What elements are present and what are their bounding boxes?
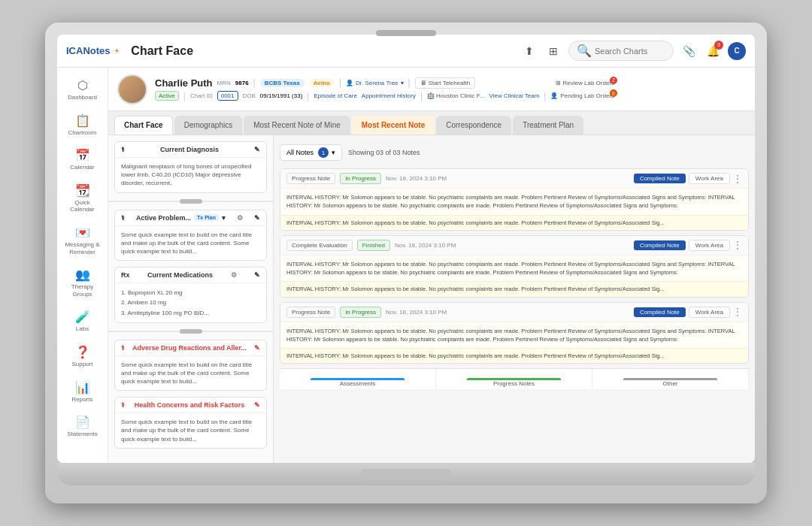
more-options-icon-2[interactable]: ⋮ bbox=[733, 240, 742, 250]
compiled-note-btn-1[interactable]: Compiled Note bbox=[634, 174, 686, 183]
health-edit-icon[interactable]: ✎ bbox=[254, 401, 260, 409]
diagnosis-card: ⚕ Current Diagnosis ✎ Malignant neoplasm… bbox=[114, 141, 267, 193]
view-clinical-link[interactable]: View Clinical Team bbox=[489, 92, 539, 99]
logo-area: ICANotes+ bbox=[66, 45, 119, 56]
laptop-notch bbox=[376, 30, 436, 36]
statements-icon: 📄 bbox=[75, 415, 90, 429]
pending-lab-icon: 👤 bbox=[550, 92, 558, 99]
other-label: Other bbox=[662, 380, 677, 387]
scroll-divider1 bbox=[114, 199, 267, 204]
assessments-label: Assessments bbox=[340, 380, 376, 387]
med-item-2: 2. Ambien 10 mg bbox=[121, 298, 260, 307]
sidebar-item-labs[interactable]: 🧪 Labs bbox=[62, 305, 104, 337]
bottom-bar: Assessments Progress Notes Other bbox=[280, 368, 749, 389]
bottom-tab-other[interactable]: Other bbox=[592, 369, 749, 389]
note-card-1-header: Progress Note In Progress Nov. 18, 2024 … bbox=[280, 169, 748, 189]
active-problem-edit-icon[interactable]: ✎ bbox=[254, 214, 260, 222]
pending-lab-button[interactable]: 👤 Pending Lab Orders 6 bbox=[550, 92, 614, 99]
note-body-highlight-text-3: INTERVAL HISTORY: Mr Solomon appears to … bbox=[286, 352, 665, 359]
telehealth-button[interactable]: 🖥 Start Telehealth bbox=[415, 77, 475, 89]
search-input[interactable] bbox=[595, 47, 665, 56]
tab-correspondence[interactable]: Correspondence bbox=[436, 116, 511, 135]
adverse-header: ⚕ Adverse Drug Reactions and Aller... ✎ bbox=[115, 340, 266, 356]
appointment-link[interactable]: Appointment History bbox=[362, 92, 416, 99]
episode-link[interactable]: Episode of Care bbox=[314, 92, 356, 99]
diagnosis-edit-icon[interactable]: ✎ bbox=[254, 146, 260, 153]
search-bar[interactable]: 🔍 bbox=[568, 41, 674, 61]
main-layout: ⬡ Dashboard 📋 Chartroom 📅 Calendar 📆 Qui… bbox=[57, 68, 755, 463]
note-status-3: In Progress bbox=[340, 307, 381, 318]
bottom-tab-progress-notes[interactable]: Progress Notes bbox=[436, 369, 592, 389]
active-problem-header: ⚕ Active Problem... Tx Plan ▾ ⚙ ✎ bbox=[115, 210, 266, 226]
sidebar-item-statements[interactable]: 📄 Statements bbox=[62, 410, 104, 443]
note-card-2-header: Complete Evaluation Finished Nov. 18, 20… bbox=[280, 236, 748, 255]
note-body-2: INTERVAL HISTORY: Mr Solomon appears to … bbox=[280, 255, 748, 282]
sidebar-item-therapy[interactable]: 👥 Therapy Groups bbox=[62, 263, 104, 302]
review-lab-button[interactable]: ⊞ Review Lab Orders 2 bbox=[556, 80, 614, 86]
active-problem-icon: ⚕ bbox=[121, 214, 125, 222]
sidebar-item-support[interactable]: ❓ Support bbox=[62, 340, 104, 373]
notifications-icon[interactable]: 🔔 3 bbox=[704, 42, 722, 60]
sidebar-item-reports[interactable]: 📊 Reports bbox=[62, 376, 104, 408]
tab-treatment-plan[interactable]: Treatment Plan bbox=[513, 116, 583, 135]
export-icon[interactable]: ⬆ bbox=[520, 42, 538, 60]
medications-body: 1. Bupropion XL 20 mg 2. Ambien 10 mg 3.… bbox=[115, 283, 266, 322]
meds-gear-icon[interactable]: ⚙ bbox=[231, 271, 237, 279]
adverse-icon: ⚕ bbox=[121, 344, 125, 352]
messaging-icon: 💌 bbox=[75, 225, 90, 240]
diagnosis-icon: ⚕ bbox=[121, 146, 125, 153]
more-options-icon-1[interactable]: ⋮ bbox=[733, 174, 742, 184]
chevron-down-icon[interactable]: ▾ bbox=[222, 214, 226, 222]
note-body-text-3: INTERVAL HISTORY: Mr Solomon appears to … bbox=[286, 328, 735, 343]
note-body-text-1: INTERVAL HISTORY: Mr Solomon appears to … bbox=[286, 194, 735, 209]
patient-avatar-img bbox=[119, 76, 146, 103]
work-area-btn-1[interactable]: Work Area bbox=[689, 173, 730, 184]
adverse-title: Adverse Drug Reactions and Aller... bbox=[132, 344, 247, 352]
insurance1-badge: BCBS Texas bbox=[260, 79, 304, 87]
nav-icons: ⬆ ⊞ 🔍 📎 🔔 3 C bbox=[520, 41, 746, 61]
tab-demographics[interactable]: Demographics bbox=[174, 116, 242, 135]
sidebar-item-messaging[interactable]: 💌 Messaging & Reminder bbox=[62, 221, 104, 260]
sidebar-item-chartroom[interactable]: 📋 Chartroom bbox=[62, 109, 104, 141]
note-type-1: Progress Note bbox=[286, 173, 335, 184]
adverse-body: Some quick example text to build on the … bbox=[115, 356, 266, 391]
gear-icon[interactable]: ⚙ bbox=[237, 214, 243, 222]
health-header: ⚕ Health Concerns and Risk Factors ✎ bbox=[115, 398, 266, 413]
health-title: Health Concerns and Risk Factors bbox=[135, 401, 245, 409]
work-area-btn-2[interactable]: Work Area bbox=[689, 240, 730, 251]
work-area-btn-3[interactable]: Work Area bbox=[689, 307, 730, 318]
scroll-handle1[interactable] bbox=[180, 199, 202, 204]
note-card-3: Progress Note In Progress Nov. 18, 2024 … bbox=[280, 302, 749, 364]
compiled-note-btn-2[interactable]: Compiled Note bbox=[634, 240, 686, 250]
sidebar-label-chartroom: Chartroom bbox=[68, 129, 97, 137]
sidebar-label-therapy: Therapy Groups bbox=[65, 283, 101, 298]
tab-most-recent[interactable]: Most Recent Note bbox=[352, 116, 435, 135]
meds-edit-icon[interactable]: ✎ bbox=[254, 271, 260, 279]
insurance2-badge: Aetna bbox=[309, 79, 335, 87]
rx-icon: Rx bbox=[121, 271, 130, 279]
note-status-2: Finished bbox=[357, 240, 390, 251]
active-problem-row: Active Problem... Tx Plan ▾ bbox=[136, 214, 226, 222]
bottom-tab-assessments[interactable]: Assessments bbox=[280, 369, 436, 389]
grid-icon[interactable]: ⊞ bbox=[544, 42, 562, 60]
reports-icon: 📊 bbox=[75, 380, 90, 394]
compiled-note-btn-3[interactable]: Compiled Note bbox=[634, 307, 686, 317]
attachment-icon[interactable]: 📎 bbox=[680, 42, 698, 60]
adverse-edit-icon[interactable]: ✎ bbox=[254, 344, 260, 352]
note-body-1: INTERVAL HISTORY: Mr Solomon appears to … bbox=[280, 189, 748, 215]
scroll-handle2[interactable] bbox=[180, 329, 202, 334]
sidebar-item-quick-calendar[interactable]: 📆 Quick Calendar bbox=[62, 179, 104, 218]
more-options-icon-3[interactable]: ⋮ bbox=[733, 307, 742, 317]
active-problem-title: Active Problem... bbox=[136, 214, 191, 222]
notes-filter-dropdown[interactable]: All Notes 1 ▾ bbox=[280, 144, 342, 161]
sidebar-item-calendar[interactable]: 📅 Calendar bbox=[62, 144, 104, 176]
tab-chart-face[interactable]: Chart Face bbox=[114, 116, 173, 135]
user-avatar[interactable]: C bbox=[728, 42, 746, 60]
diagnosis-body: Malignant neoplasm of long bones of unsp… bbox=[115, 158, 266, 192]
laptop-trackpad[interactable] bbox=[361, 469, 451, 479]
provider-button[interactable]: 👤 Dr. Serena Tree ▾ bbox=[346, 80, 403, 86]
sidebar-item-dashboard[interactable]: ⬡ Dashboard bbox=[62, 74, 104, 106]
tab-most-recent-mine[interactable]: Most Recent Note of Mine bbox=[244, 116, 350, 135]
sidebar-label-reports: Reports bbox=[71, 396, 92, 404]
filter-label: All Notes bbox=[286, 149, 314, 156]
